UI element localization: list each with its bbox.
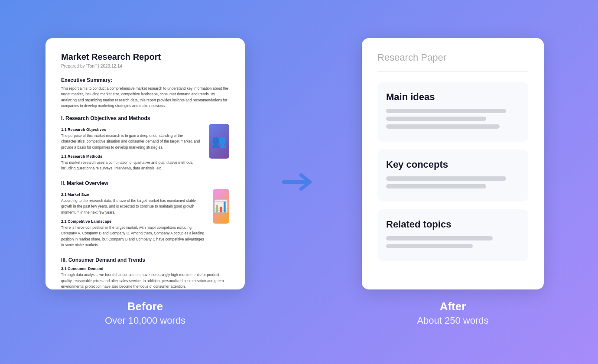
document-title: Market Research Report (61, 52, 229, 62)
sub2-1-heading: 2.1 Market Size (61, 192, 207, 197)
key-concepts-line-1 (386, 176, 506, 181)
research-panel: Research Paper Main ideas Key concepts R… (362, 38, 544, 289)
sub1-2-heading: 1.2 Research Methods (61, 154, 203, 159)
main-container: Market Research Report Prepared by "Toni… (0, 0, 598, 364)
exec-summary-heading: Executive Summary: (61, 77, 229, 83)
related-topics-line-1 (386, 236, 493, 240)
related-topics-heading: Related topics (386, 219, 520, 230)
section1-row: 1.1 Research Objectives The purpose of t… (61, 124, 229, 174)
document-card: Market Research Report Prepared by "Toni… (46, 38, 245, 289)
related-topics-line-2 (386, 244, 473, 248)
papers-image (213, 189, 229, 224)
panel-header: Research Paper (377, 52, 528, 72)
key-concepts-heading: Key concepts (386, 159, 520, 170)
meeting-image (209, 124, 229, 159)
sub1-1-text: The purpose of this market research is t… (61, 133, 203, 151)
left-side: Market Research Report Prepared by "Toni… (35, 38, 256, 326)
sub1-2-text: This market research uses a combination … (61, 160, 203, 172)
main-ideas-line-3 (386, 124, 500, 129)
section2-heading: II. Market Overview (61, 180, 229, 186)
after-sub-label: About 250 words (417, 315, 488, 326)
after-main-label: After (417, 300, 488, 313)
main-ideas-heading: Main ideas (386, 91, 520, 103)
section1-text: 1.1 Research Objectives The purpose of t… (61, 124, 203, 174)
main-ideas-section: Main ideas (377, 82, 528, 142)
main-ideas-line-2 (386, 117, 486, 121)
sub1-1-heading: 1.1 Research Objectives (61, 127, 203, 132)
arrow-container (282, 169, 316, 195)
document-meta: Prepared by "Toni" | 2023.12.14 (61, 64, 229, 68)
right-side: Research Paper Main ideas Key concepts R… (342, 38, 563, 326)
key-concepts-line-2 (386, 184, 486, 188)
section2-text: 2.1 Market Size According to the researc… (61, 189, 207, 251)
before-label: Before Over 10,000 words (105, 300, 185, 326)
sub2-1-text: According to the research data, the size… (61, 198, 207, 216)
key-concepts-section: Key concepts (377, 150, 528, 202)
section3-heading: III. Consumer Demand and Trends (61, 257, 229, 263)
before-sub-label: Over 10,000 words (105, 315, 185, 326)
sub2-2-text: There is fierce competition in the targe… (61, 225, 207, 248)
main-ideas-line-1 (386, 109, 506, 113)
section1-heading: I. Research Objectives and Methods (61, 115, 229, 121)
exec-summary-text: This report aims to conduct a comprehens… (61, 86, 229, 109)
sub3-1-heading: 3.1 Consumer Demand (61, 266, 229, 271)
right-arrow-icon (282, 169, 316, 195)
section2-row: 2.1 Market Size According to the researc… (61, 189, 229, 251)
before-main-label: Before (105, 300, 185, 313)
sub2-2-heading: 2.2 Competitive Landscape (61, 219, 207, 224)
after-label: After About 250 words (417, 300, 488, 326)
sub3-1-text: Through data analysis, we found that con… (61, 272, 229, 289)
related-topics-section: Related topics (377, 209, 528, 261)
